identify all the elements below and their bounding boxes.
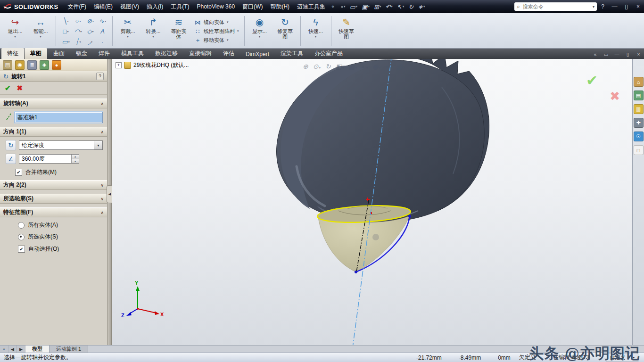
display-manager-tab-icon[interactable]: ● [52, 60, 61, 70]
tab-dimxpert[interactable]: DimXpert [240, 49, 275, 59]
save-button[interactable]: ▣▾ [360, 3, 371, 11]
offset-entities-button[interactable]: ≋ 等距实 体 [166, 15, 191, 47]
cancel-button[interactable]: ✖ [17, 84, 23, 92]
merge-result-checkbox[interactable]: ✔ [15, 169, 22, 176]
section-view-icon[interactable]: ◧▾ [336, 63, 344, 70]
rectangle-tool[interactable]: □▾ [60, 26, 72, 36]
text-tool[interactable]: A [97, 26, 108, 36]
ellipse-tool[interactable]: ⊘▾ [84, 16, 96, 26]
view-orientation-icon[interactable]: ▦▾ [348, 63, 357, 70]
doc-windows-button[interactable]: ▭ [601, 52, 611, 59]
restore-button[interactable]: ▯ [620, 3, 632, 10]
confirm-ok-icon[interactable]: ✔ [586, 72, 598, 89]
dropdown-arrow-icon[interactable]: ▼ [94, 141, 102, 149]
part-name[interactable]: 29玫瑰花DHQ (默认... [133, 61, 189, 69]
auto-select-checkbox[interactable]: ✔ [18, 246, 25, 253]
slot-tool[interactable]: ▭▾ [60, 37, 72, 47]
close-button[interactable]: × [632, 3, 644, 10]
doc-close-button[interactable]: × [633, 52, 644, 59]
menu-edit[interactable]: 编辑(E) [90, 3, 116, 11]
line-tool[interactable]: ╲▾ [60, 16, 72, 26]
menu-maidi-tools[interactable]: 迈迪工具集 [293, 3, 329, 11]
tab-direct-editing[interactable]: 直接编辑 [183, 48, 217, 59]
convert-entities-button[interactable]: ↱ 转换... ▾ [141, 15, 165, 47]
confirm-cancel-icon[interactable]: ✖ [610, 89, 620, 104]
motion-study-tab[interactable]: 运动算例 1 [50, 346, 88, 353]
polygon-tool[interactable]: ◇▾ [84, 26, 96, 36]
tab-data-migration[interactable]: 数据迁移 [149, 48, 183, 59]
zoom-fit-icon[interactable]: ⊕ [303, 63, 308, 70]
repair-sketch-button[interactable]: ↻ 修复草 图 [273, 15, 297, 47]
command-search[interactable]: ⌕ ▾ [514, 2, 597, 11]
menu-insert[interactable]: 插入(I) [143, 3, 167, 11]
doc-prev-window-button[interactable]: « [590, 52, 601, 59]
menu-help[interactable]: 帮助(H) [266, 3, 293, 11]
spline-tool[interactable]: ∿▾ [97, 16, 108, 26]
direction2-section-header[interactable]: 方向 2(2) ∨ [0, 180, 107, 190]
zoom-area-icon[interactable]: ⊙▾ [313, 63, 321, 70]
display-relations-button[interactable]: ◉ 显示... ▾ [248, 15, 272, 47]
selected-bodies-radio[interactable] [18, 234, 25, 240]
quick-snaps-button[interactable]: ϟ 快速... ▾ [304, 15, 328, 47]
prev-tab-button[interactable]: ◀ [8, 346, 17, 353]
rapid-sketch-button[interactable]: ✎ 快速草 图 [334, 15, 359, 47]
print-button[interactable]: ⊞▾ [372, 3, 382, 11]
hide-show-items-icon[interactable]: ◉▾ [372, 63, 380, 70]
previous-view-icon[interactable]: ↻ [325, 63, 331, 70]
menu-view[interactable]: 视图(V) [116, 3, 143, 11]
tab-office-products[interactable]: 办公室产品 [309, 48, 348, 59]
tab-evaluate[interactable]: 评估 [217, 48, 240, 59]
new-button[interactable]: ▫▾ [339, 3, 347, 11]
direction1-section-header[interactable]: 方向 1(1) ∧ [0, 127, 107, 137]
undo-button[interactable]: ↶▾ [384, 3, 394, 11]
design-library-icon[interactable]: ▤ [634, 90, 644, 100]
configuration-manager-tab-icon[interactable]: ≣ [27, 60, 37, 70]
tab-sketch[interactable]: 草图 [25, 48, 47, 59]
display-style-icon[interactable]: ◐▾ [362, 63, 368, 70]
menu-file[interactable]: 文件(F) [64, 3, 90, 11]
feature-scope-section-header[interactable]: 特征范围(F) ∧ [0, 207, 107, 217]
angle-spinner[interactable]: 360.00度 ▲ ▼ [19, 154, 79, 164]
trim-entities-button[interactable]: ✂ 剪裁... ▾ [116, 15, 140, 47]
axis-selection-box[interactable]: 基准轴1 [15, 112, 103, 123]
pin-menu-icon[interactable]: ⌖ [331, 4, 334, 10]
next-tab-button[interactable]: ▶ [17, 346, 25, 353]
tab-render-tools[interactable]: 渲染工具 [275, 48, 309, 59]
linear-sketch-pattern-button[interactable]: ∷ 线性草图阵列 ▾ [194, 28, 239, 35]
resources-home-icon[interactable]: ⌂ [634, 77, 644, 87]
contours-section-header[interactable]: 所选轮廓(S) ∨ [0, 194, 107, 204]
search-input[interactable] [522, 3, 591, 10]
ok-button[interactable]: ✔ [5, 84, 11, 92]
first-tab-button[interactable]: « [0, 346, 8, 353]
open-button[interactable]: ▭▾ [348, 3, 359, 11]
mirror-entities-button[interactable]: ⋈ 镜向实体 ▾ [194, 19, 239, 26]
options-button[interactable]: ∗▾ [416, 3, 426, 11]
apply-scene-icon[interactable]: ▧▾ [396, 63, 405, 70]
rose-model[interactable] [277, 59, 489, 224]
panel-help-icon[interactable]: ? [96, 73, 104, 80]
appearances-scenes-icon[interactable]: ☉ [634, 132, 644, 141]
model-canvas[interactable]: Y X Z [112, 59, 632, 345]
centerline-tool[interactable]: ┆▾ [72, 37, 84, 47]
all-bodies-radio[interactable] [18, 222, 25, 229]
toolbox-icon[interactable]: ✚ [634, 118, 644, 128]
tab-sheet-metal[interactable]: 钣金 [70, 48, 93, 59]
rebuild-button[interactable]: ↻ [407, 3, 415, 11]
menu-tools[interactable]: 工具(T) [167, 3, 193, 11]
move-entities-button[interactable]: + 移动实体 ▾ [194, 37, 239, 44]
edit-appearance-icon[interactable]: ●▾ [385, 63, 391, 70]
spin-up-button[interactable]: ▲ [72, 155, 79, 159]
tab-mold-tools[interactable]: 模具工具 [116, 48, 149, 59]
point-tool[interactable]: · [97, 37, 108, 47]
select-button[interactable]: ↖▾ [396, 3, 405, 11]
dimxpert-manager-tab-icon[interactable]: ◈ [40, 60, 49, 70]
selected-axis-item[interactable]: 基准轴1 [16, 113, 102, 122]
exit-sketch-button[interactable]: ↪ 退出... ▾ [3, 15, 27, 47]
circle-tool[interactable]: ○▾ [72, 16, 84, 26]
menu-window[interactable]: 窗口(W) [239, 3, 266, 11]
feature-tree-tab-icon[interactable]: ▤ [3, 60, 12, 70]
minimize-button[interactable]: — [609, 3, 620, 10]
menu-photoview[interactable]: PhotoView 360 [193, 3, 239, 10]
doc-minimize-button[interactable]: — [611, 52, 622, 59]
tab-surfaces[interactable]: 曲面 [48, 48, 70, 59]
